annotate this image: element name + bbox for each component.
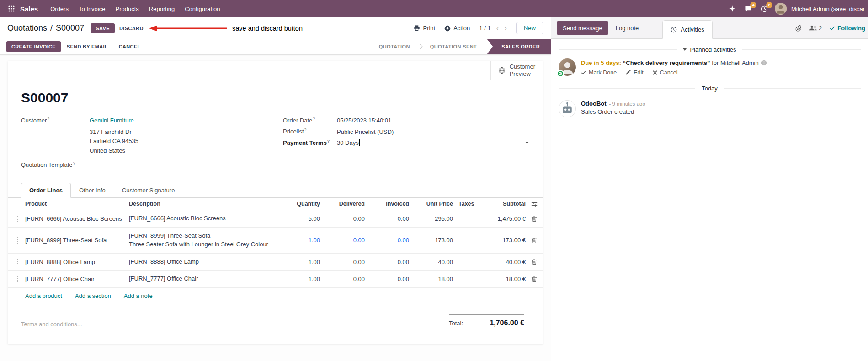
delete-line-icon[interactable] <box>531 237 537 244</box>
dropdown-caret-icon[interactable] <box>525 142 529 144</box>
cancel-activity-button[interactable]: Cancel <box>653 69 678 76</box>
tab-customer-signature[interactable]: Customer Signature <box>114 183 183 198</box>
order-line-description[interactable]: [FURN_8999] Three-Seat SofaThree Seater … <box>129 232 279 249</box>
order-line-unit-price[interactable]: 173.00 <box>409 237 453 244</box>
odoobot-avatar[interactable] <box>559 100 576 117</box>
add-section-link[interactable]: Add a section <box>75 292 111 299</box>
order-line-delivered[interactable]: 0.00 <box>320 259 365 265</box>
app-name[interactable]: Sales <box>20 5 38 13</box>
apps-grid-icon[interactable] <box>5 5 18 12</box>
log-note-button[interactable]: Log note <box>610 21 644 35</box>
header-product[interactable]: Product <box>25 201 129 207</box>
followers-button[interactable]: 2 <box>809 25 822 32</box>
action-menu-button[interactable]: Action <box>444 25 470 32</box>
save-button[interactable]: SAVE <box>91 23 115 33</box>
activities-clock-icon[interactable]: 2 <box>759 4 770 14</box>
order-line-unit-price[interactable]: 40.00 <box>409 259 453 265</box>
order-line-delivered[interactable]: 0.00 <box>320 215 365 222</box>
order-line-quantity[interactable]: 1.00 <box>279 276 320 282</box>
breadcrumb-quotations[interactable]: Quotations <box>7 23 47 33</box>
stage-quotation-sent[interactable]: QUOTATION SENT <box>423 39 484 54</box>
send-by-email-button[interactable]: SEND BY EMAIL <box>62 41 113 52</box>
activities-tab[interactable]: Activities <box>662 20 712 39</box>
add-product-link[interactable]: Add a product <box>25 292 62 299</box>
pager-previous-icon[interactable]: ‹ <box>496 24 499 32</box>
header-unit-price[interactable]: Unit Price <box>409 201 453 207</box>
planned-activities-header[interactable]: Planned activities <box>559 46 861 53</box>
user-name[interactable]: Mitchell Admin (save_discar <box>791 5 864 12</box>
order-line-delivered[interactable]: 0.00 <box>320 276 365 282</box>
payment-terms-field-input[interactable]: 30 Days <box>337 139 529 148</box>
discard-button[interactable]: DISCARD <box>115 23 148 33</box>
menu-reporting[interactable]: Reporting <box>144 1 180 17</box>
delete-line-icon[interactable] <box>531 276 537 282</box>
header-subtotal[interactable]: Subtotal <box>482 201 526 207</box>
stage-sales-order[interactable]: SALES ORDER <box>487 39 551 54</box>
order-line-unit-price[interactable]: 18.00 <box>409 276 453 282</box>
menu-configuration[interactable]: Configuration <box>180 1 225 17</box>
activity-summary-line: Due in 5 days: “Check delivery requireme… <box>581 58 767 68</box>
info-icon[interactable] <box>761 60 767 66</box>
header-delivered[interactable]: Delivered <box>320 201 365 207</box>
sparkle-icon[interactable] <box>727 4 738 14</box>
order-line-description[interactable]: [FURN_8888] Office Lamp <box>129 258 279 266</box>
optional-columns-icon[interactable] <box>531 201 538 207</box>
add-note-link[interactable]: Add a note <box>124 292 153 299</box>
message-author[interactable]: OdooBot <box>581 100 607 107</box>
mark-done-button[interactable]: Mark Done <box>581 69 617 76</box>
attachments-button[interactable] <box>795 25 802 32</box>
menu-orders[interactable]: Orders <box>45 1 74 17</box>
order-line-product[interactable]: [FURN_6666] Acoustic Bloc Screens <box>25 215 129 222</box>
order-line-description[interactable]: [FURN_6666] Acoustic Bloc Screens <box>129 214 279 223</box>
order-line-product[interactable]: [FURN_8888] Office Lamp <box>25 259 129 265</box>
table-row[interactable]: [FURN_7777] Office Chair [FURN_7777] Off… <box>8 271 543 288</box>
order-line-description[interactable]: [FURN_7777] Office Chair <box>129 275 279 283</box>
terms-placeholder[interactable]: Terms and conditions... <box>21 321 82 328</box>
order-line-invoiced[interactable]: 0.00 <box>365 259 409 265</box>
messages-icon[interactable]: 4 <box>742 4 754 14</box>
order-line-quantity[interactable]: 1.00 <box>279 237 320 244</box>
order-line-unit-price[interactable]: 295.00 <box>409 215 453 222</box>
order-line-invoiced[interactable]: 0.00 <box>365 215 409 222</box>
tab-other-info[interactable]: Other Info <box>71 183 114 198</box>
print-button[interactable]: Print <box>414 25 435 32</box>
table-row[interactable]: [FURN_6666] Acoustic Bloc Screens [FURN_… <box>8 210 543 228</box>
header-description[interactable]: Description <box>129 201 279 207</box>
menu-products[interactable]: Products <box>110 1 144 17</box>
drag-handle-icon[interactable] <box>15 215 19 222</box>
customer-field-value[interactable]: Gemini Furniture <box>90 117 134 124</box>
drag-handle-icon[interactable] <box>15 237 19 244</box>
drag-handle-icon[interactable] <box>15 259 19 265</box>
delete-line-icon[interactable] <box>531 216 537 222</box>
pricelist-field-value[interactable]: Public Pricelist (USD) <box>337 128 394 135</box>
order-line-quantity[interactable]: 1.00 <box>279 259 320 265</box>
order-line-product[interactable]: [FURN_7777] Office Chair <box>25 276 129 282</box>
order-line-invoiced[interactable]: 0.00 <box>365 237 409 244</box>
edit-activity-button[interactable]: Edit <box>626 69 644 76</box>
activity-user-avatar[interactable] <box>559 58 576 76</box>
drag-handle-icon[interactable] <box>15 276 19 282</box>
menu-to-invoice[interactable]: To Invoice <box>74 1 111 17</box>
table-row[interactable]: [FURN_8999] Three-Seat Sofa [FURN_8999] … <box>8 228 543 254</box>
order-line-quantity[interactable]: 5.00 <box>279 215 320 222</box>
stage-quotation[interactable]: QUOTATION <box>372 39 417 54</box>
user-avatar[interactable] <box>775 3 787 15</box>
create-invoice-button[interactable]: CREATE INVOICE <box>6 41 61 52</box>
delete-line-icon[interactable] <box>531 259 537 265</box>
total-label: Total: <box>449 320 463 327</box>
header-invoiced[interactable]: Invoiced <box>365 201 409 207</box>
order-line-product[interactable]: [FURN_8999] Three-Seat Sofa <box>25 237 129 244</box>
following-button[interactable]: Following <box>830 25 865 32</box>
new-button[interactable]: New <box>516 22 543 34</box>
header-quantity[interactable]: Quantity <box>279 201 320 207</box>
tab-order-lines[interactable]: Order Lines <box>21 183 71 198</box>
pager-next-icon[interactable]: › <box>504 24 507 32</box>
header-taxes[interactable]: Taxes <box>453 201 482 207</box>
send-message-button[interactable]: Send message <box>557 21 608 35</box>
order-date-field-value[interactable]: 05/25/2023 15:40:01 <box>337 117 391 124</box>
order-line-invoiced[interactable]: 0.00 <box>365 276 409 282</box>
cancel-order-button[interactable]: CANCEL <box>114 41 146 52</box>
table-row[interactable]: [FURN_8888] Office Lamp [FURN_8888] Offi… <box>8 254 543 271</box>
order-line-delivered[interactable]: 0.00 <box>320 237 365 244</box>
customer-preview-button[interactable]: Customer Preview <box>490 61 543 80</box>
